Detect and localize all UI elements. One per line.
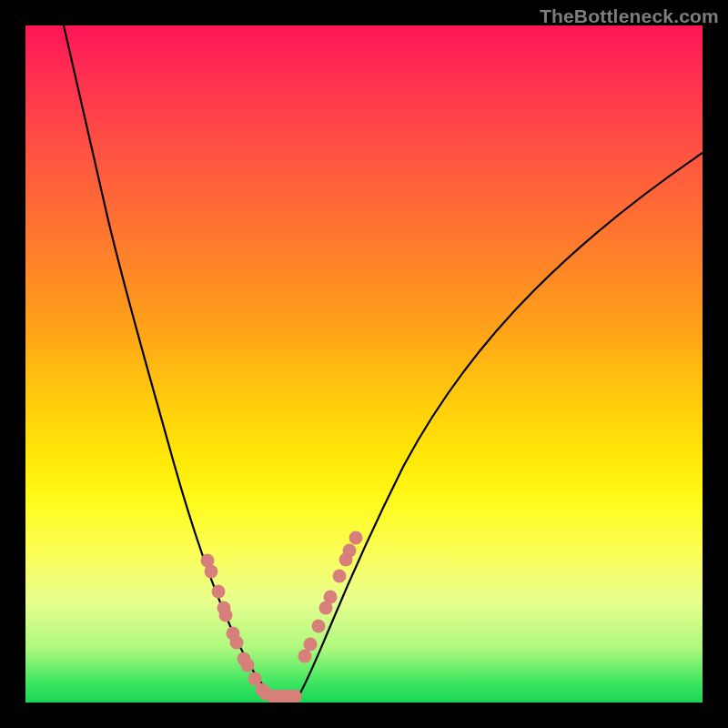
sample-dot bbox=[219, 609, 233, 622]
curve-layer bbox=[25, 25, 703, 703]
plot-area bbox=[25, 25, 703, 703]
watermark-text: TheBottleneck.com bbox=[540, 5, 719, 27]
chart-frame: TheBottleneck.com bbox=[0, 0, 728, 728]
sample-dot bbox=[349, 531, 363, 545]
sample-dot bbox=[241, 659, 255, 672]
right-branch-path bbox=[298, 153, 703, 696]
sample-dot bbox=[212, 585, 226, 599]
sample-dot bbox=[333, 570, 347, 583]
sample-dot bbox=[298, 650, 312, 663]
curve-group bbox=[64, 25, 703, 696]
sample-dot bbox=[304, 638, 318, 652]
left-branch-path bbox=[64, 25, 273, 696]
sample-dot bbox=[324, 591, 338, 604]
sample-dot bbox=[288, 690, 302, 703]
sample-dot bbox=[343, 544, 357, 558]
sample-dot bbox=[230, 636, 244, 650]
sample-dot bbox=[312, 620, 326, 633]
dots-group bbox=[201, 531, 363, 703]
sample-dot bbox=[205, 565, 218, 579]
